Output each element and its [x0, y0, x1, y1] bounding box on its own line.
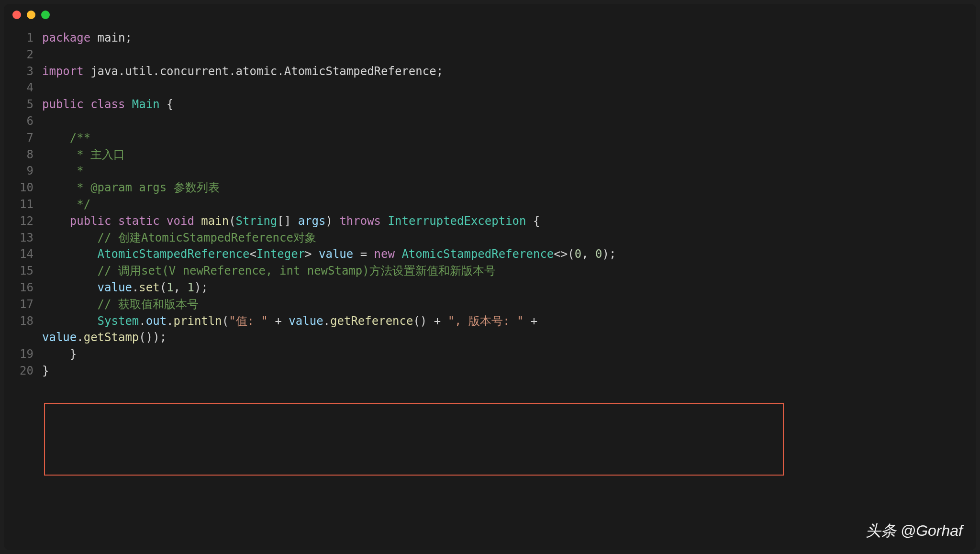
line-number: 13 — [13, 230, 33, 246]
code-line[interactable]: 7 /** — [4, 130, 976, 146]
line-number: 2 — [13, 46, 33, 63]
line-number — [13, 329, 33, 346]
line-content[interactable]: import java.util.concurrent.atomic.Atomi… — [42, 63, 967, 80]
line-number: 6 — [13, 113, 33, 130]
line-number: 17 — [13, 296, 33, 313]
line-content[interactable]: */ — [42, 196, 967, 213]
code-line[interactable]: 19 } — [4, 346, 976, 363]
line-content[interactable]: } — [42, 363, 967, 379]
code-line[interactable]: 12 public static void main(String[] args… — [4, 213, 976, 230]
line-content[interactable]: public static void main(String[] args) t… — [42, 213, 967, 230]
code-line[interactable]: 4 — [4, 79, 976, 96]
titlebar — [4, 4, 976, 26]
line-number: 1 — [13, 30, 33, 46]
line-number: 18 — [13, 313, 33, 330]
maximize-icon[interactable] — [41, 11, 50, 19]
code-line[interactable]: 16 value.set(1, 1); — [4, 279, 976, 296]
line-number: 11 — [13, 196, 33, 213]
line-number: 5 — [13, 96, 33, 113]
code-line[interactable]: value.getStamp()); — [4, 329, 976, 346]
code-line[interactable]: 1package main; — [4, 30, 976, 46]
line-number: 16 — [13, 279, 33, 296]
code-line[interactable]: 14 AtomicStampedReference<Integer> value… — [4, 246, 976, 263]
close-icon[interactable] — [12, 11, 21, 19]
line-content[interactable]: // 调用set(V newReference, int newStamp)方法… — [42, 263, 967, 279]
line-content[interactable]: value.getStamp()); — [42, 329, 967, 346]
line-content[interactable] — [42, 46, 967, 63]
code-line[interactable]: 11 */ — [4, 196, 976, 213]
line-number: 7 — [13, 130, 33, 146]
line-content[interactable]: * 主入口 — [42, 146, 967, 163]
watermark: 头条 @Gorhaf — [866, 520, 963, 542]
code-line[interactable]: 8 * 主入口 — [4, 146, 976, 163]
code-line[interactable]: 17 // 获取值和版本号 — [4, 296, 976, 313]
code-line[interactable]: 2 — [4, 46, 976, 63]
line-content[interactable]: } — [42, 346, 967, 363]
line-content[interactable]: * @param args 参数列表 — [42, 179, 967, 196]
line-number: 12 — [13, 213, 33, 230]
code-line[interactable]: 15 // 调用set(V newReference, int newStamp… — [4, 263, 976, 279]
editor-window: 1package main;23import java.util.concurr… — [4, 4, 976, 550]
line-number: 8 — [13, 146, 33, 163]
line-number: 3 — [13, 63, 33, 80]
line-number: 15 — [13, 263, 33, 279]
line-content[interactable]: // 创建AtomicStampedReference对象 — [42, 230, 967, 246]
line-content[interactable]: // 获取值和版本号 — [42, 296, 967, 313]
line-content[interactable]: public class Main { — [42, 96, 967, 113]
line-number: 20 — [13, 363, 33, 379]
line-content[interactable]: * — [42, 163, 967, 179]
code-line[interactable]: 13 // 创建AtomicStampedReference对象 — [4, 230, 976, 246]
line-number: 9 — [13, 163, 33, 179]
line-number: 10 — [13, 179, 33, 196]
code-line[interactable]: 9 * — [4, 163, 976, 179]
code-line[interactable]: 6 — [4, 113, 976, 130]
highlight-box — [44, 403, 784, 476]
code-line[interactable]: 18 System.out.println("值: " + value.getR… — [4, 313, 976, 330]
line-number: 19 — [13, 346, 33, 363]
minimize-icon[interactable] — [27, 11, 35, 19]
line-content[interactable] — [42, 113, 967, 130]
code-line[interactable]: 20} — [4, 363, 976, 379]
code-line[interactable]: 3import java.util.concurrent.atomic.Atom… — [4, 63, 976, 80]
line-number: 14 — [13, 246, 33, 263]
line-content[interactable]: value.set(1, 1); — [42, 279, 967, 296]
code-line[interactable]: 5public class Main { — [4, 96, 976, 113]
code-area[interactable]: 1package main;23import java.util.concurr… — [4, 26, 976, 389]
line-content[interactable]: AtomicStampedReference<Integer> value = … — [42, 246, 967, 263]
line-number: 4 — [13, 79, 33, 96]
code-line[interactable]: 10 * @param args 参数列表 — [4, 179, 976, 196]
line-content[interactable]: /** — [42, 130, 967, 146]
line-content[interactable]: package main; — [42, 30, 967, 46]
line-content[interactable]: System.out.println("值: " + value.getRefe… — [42, 313, 967, 330]
line-content[interactable] — [42, 79, 967, 96]
